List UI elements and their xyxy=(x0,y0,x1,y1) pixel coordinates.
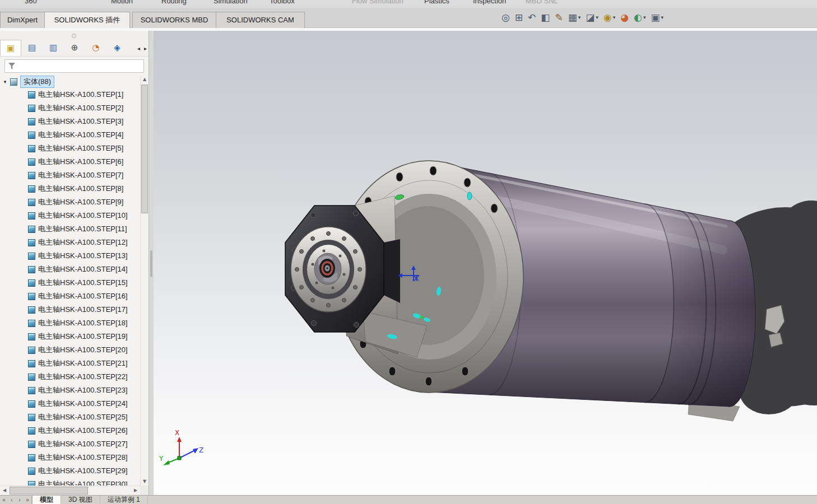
tree-item[interactable]: 电主轴HSK-A100.STEP[12] xyxy=(0,236,140,249)
commandmanager-tab[interactable]: SOLIDWORKS 插件 xyxy=(45,12,130,28)
menu-item[interactable]: Routing xyxy=(161,0,187,5)
tree-item-label: 电主轴HSK-A100.STEP[16] xyxy=(38,291,128,301)
sheet-nav-icon[interactable]: ‹ xyxy=(8,496,16,504)
tree-item[interactable]: 电主轴HSK-A100.STEP[8] xyxy=(0,182,140,195)
spindle-nose[interactable] xyxy=(291,227,366,312)
tree-item[interactable]: 电主轴HSK-A100.STEP[24] xyxy=(0,397,140,410)
configurationmanager-tab[interactable]: ▥ xyxy=(43,40,64,56)
tree-item[interactable]: 电主轴HSK-A100.STEP[14] xyxy=(0,263,140,276)
previous-view-icon[interactable]: ↶ xyxy=(527,10,537,25)
tree-item[interactable]: 电主轴HSK-A100.STEP[29] xyxy=(0,464,140,478)
displaymanager-tab[interactable]: ◔ xyxy=(85,40,106,56)
statusbar-tab[interactable]: 模型 xyxy=(32,496,61,504)
tree-item-label: 电主轴HSK-A100.STEP[6] xyxy=(38,157,123,167)
tree-item-label: 电主轴HSK-A100.STEP[7] xyxy=(38,170,123,180)
tree-item[interactable]: 电主轴HSK-A100.STEP[13] xyxy=(0,249,140,263)
commandmanager-tab[interactable]: SOLIDWORKS CAM xyxy=(216,12,305,28)
apply-scene-icon[interactable]: ◐ xyxy=(633,10,647,25)
display-style-icon[interactable]: ◪ xyxy=(584,10,600,25)
tree-item[interactable]: 电主轴HSK-A100.STEP[30] xyxy=(0,478,140,486)
tree-item-label: 电主轴HSK-A100.STEP[28] xyxy=(38,452,128,463)
tree-item-label: 电主轴HSK-A100.STEP[26] xyxy=(38,426,128,436)
dynamic-annotation-icon[interactable]: ✎ xyxy=(554,10,564,25)
horizontal-scroll-thumb[interactable] xyxy=(10,487,88,494)
statusbar-tab-label: 运动算例 1 xyxy=(108,496,140,503)
tree-item[interactable]: 电主轴HSK-A100.STEP[16] xyxy=(0,290,140,303)
menu-item[interactable]: 360 xyxy=(25,0,37,5)
menu-item[interactable]: Plastics xyxy=(424,0,449,5)
panel-grip[interactable] xyxy=(0,31,148,40)
menu-item[interactable]: Inspection xyxy=(473,0,506,5)
tree-item[interactable]: 电主轴HSK-A100.STEP[1] xyxy=(0,88,140,101)
panel-splitter[interactable] xyxy=(149,31,154,495)
tree-vertical-scrollbar[interactable]: ▲ ▼ xyxy=(140,76,148,486)
commandmanager-tab[interactable]: SOLIDWORKS MBD xyxy=(132,12,216,28)
tree-item[interactable]: 电主轴HSK-A100.STEP[22] xyxy=(0,370,140,384)
zoom-to-area-icon[interactable]: ⊞ xyxy=(514,10,524,25)
sheet-nav-icon[interactable]: » xyxy=(24,496,31,504)
scroll-down-icon[interactable]: ▼ xyxy=(141,478,148,486)
tree-item-label: 电主轴HSK-A100.STEP[25] xyxy=(38,412,128,422)
expander-icon[interactable]: ▾ xyxy=(0,79,10,85)
cam-manager-tab[interactable]: ◈ xyxy=(106,40,128,56)
tree-item[interactable]: 电主轴HSK-A100.STEP[21] xyxy=(0,357,140,370)
scroll-left-icon[interactable]: ◀ xyxy=(0,486,9,495)
zoom-to-fit-icon[interactable]: ◎ xyxy=(500,10,511,25)
tree-item-label: 电主轴HSK-A100.STEP[10] xyxy=(38,211,128,221)
tree-item-label: 电主轴HSK-A100.STEP[21] xyxy=(38,358,128,368)
tree-item[interactable]: 电主轴HSK-A100.STEP[3] xyxy=(0,115,140,128)
tree-item[interactable]: 电主轴HSK-A100.STEP[28] xyxy=(0,451,140,464)
menu-item[interactable]: Flow Simulation xyxy=(352,0,403,5)
tree-item[interactable]: 电主轴HSK-A100.STEP[26] xyxy=(0,424,140,437)
tree-item[interactable]: 电主轴HSK-A100.STEP[27] xyxy=(0,437,140,451)
section-view-icon[interactable]: ◧ xyxy=(540,10,551,25)
statusbar-tab[interactable]: 运动算例 1 xyxy=(100,496,148,504)
sheet-nav-icon[interactable]: « xyxy=(0,496,8,504)
menu-item[interactable]: Toolbox xyxy=(270,0,295,5)
tree-item[interactable]: 电主轴HSK-A100.STEP[9] xyxy=(0,195,140,209)
tree-item[interactable]: 电主轴HSK-A100.STEP[2] xyxy=(0,101,140,115)
graphics-area[interactable]: X Y Z xyxy=(154,28,817,495)
triad-x-label: X xyxy=(175,429,179,437)
tree-item[interactable]: 电主轴HSK-A100.STEP[6] xyxy=(0,155,140,169)
tree-item[interactable]: 电主轴HSK-A100.STEP[19] xyxy=(0,330,140,343)
tree-item[interactable]: 电主轴HSK-A100.STEP[17] xyxy=(0,303,140,316)
commandmanager-tab[interactable]: DimXpert xyxy=(0,12,45,28)
tree-item[interactable]: 电主轴HSK-A100.STEP[7] xyxy=(0,169,140,182)
view-orientation-icon[interactable]: ▦ xyxy=(567,10,582,25)
tree-item[interactable]: 电主轴HSK-A100.STEP[4] xyxy=(0,128,140,142)
tree-item[interactable]: 电主轴HSK-A100.STEP[10] xyxy=(0,209,140,222)
scroll-up-icon[interactable]: ▲ xyxy=(141,76,148,83)
sheet-nav-icon[interactable]: › xyxy=(16,496,24,504)
tree-item[interactable]: 电主轴HSK-A100.STEP[11] xyxy=(0,222,140,236)
spindle-3d-model[interactable]: X Y Z xyxy=(154,28,817,495)
menu-bar: 360MotionRoutingSimulationToolboxFlow Si… xyxy=(0,0,817,8)
view-settings-icon[interactable]: ▣ xyxy=(649,10,665,25)
commandmanager-tab-row: DimXpert SOLIDWORKS 插件 SOLIDWORKS MBD SO… xyxy=(0,8,817,28)
statusbar-tab[interactable]: 3D 视图 xyxy=(61,496,100,504)
menu-item[interactable]: Motion xyxy=(111,0,133,5)
solid-body-icon xyxy=(28,91,35,99)
propertymanager-tab[interactable]: ▤ xyxy=(21,40,43,56)
dimxpertmanager-tab[interactable]: ⊕ xyxy=(64,40,85,56)
edit-appearance-icon[interactable]: ◕ xyxy=(619,10,630,25)
tree-filter-input[interactable] xyxy=(18,62,140,70)
tree-item[interactable]: 电主轴HSK-A100.STEP[23] xyxy=(0,384,140,397)
tree-item-label: 电主轴HSK-A100.STEP[15] xyxy=(38,278,128,288)
tree-item[interactable]: 电主轴HSK-A100.STEP[25] xyxy=(0,410,140,424)
tree-item[interactable]: 电主轴HSK-A100.STEP[18] xyxy=(0,316,140,330)
tree-item[interactable]: 电主轴HSK-A100.STEP[5] xyxy=(0,142,140,155)
tree-root-row[interactable]: ▾ 实体(88) xyxy=(0,76,140,88)
scroll-right-icon[interactable]: ▶ xyxy=(131,486,140,495)
tree-item[interactable]: 电主轴HSK-A100.STEP[15] xyxy=(0,276,140,290)
tree-item[interactable]: 电主轴HSK-A100.STEP[20] xyxy=(0,343,140,357)
vertical-scroll-thumb[interactable] xyxy=(141,85,148,213)
hide-show-items-icon[interactable]: ◉ xyxy=(602,10,616,25)
tree-horizontal-scrollbar[interactable]: ◀ ▶ xyxy=(0,486,148,495)
menu-item[interactable]: MBD SNL xyxy=(526,0,558,5)
tab-scroll-right-icon[interactable]: ▸ xyxy=(144,45,147,52)
tab-scroll-left-icon[interactable]: ◂ xyxy=(137,45,140,52)
featuremanager-tab[interactable]: ▣ xyxy=(0,40,21,56)
tree-root-label[interactable]: 实体(88) xyxy=(20,76,54,88)
menu-item[interactable]: Simulation xyxy=(213,0,248,5)
